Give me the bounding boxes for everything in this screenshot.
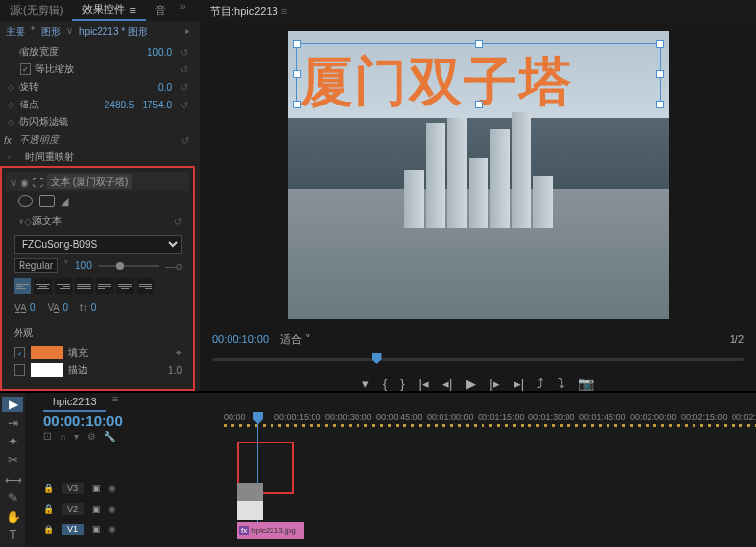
lift-button[interactable]: ⤴ bbox=[537, 376, 544, 391]
panel-overflow-icon[interactable]: » bbox=[180, 0, 186, 21]
font-size-value[interactable]: 100 bbox=[75, 260, 92, 271]
align-justify-last-left[interactable] bbox=[96, 278, 113, 294]
track-v3-header[interactable]: 🔒V3▣◉ bbox=[43, 479, 224, 498]
visibility-icon[interactable]: ◉ bbox=[108, 484, 116, 493]
tab-source[interactable]: 源:(无剪辑) bbox=[0, 0, 72, 21]
reset-icon[interactable]: ↺ bbox=[174, 216, 182, 227]
align-center-button[interactable] bbox=[34, 278, 52, 294]
type-tool[interactable]: T bbox=[2, 527, 23, 543]
prop-anchor[interactable]: ◇ 锚点 2480.5 1754.0 ↺ bbox=[0, 96, 195, 113]
snap-icon[interactable]: ⚀ bbox=[43, 431, 52, 442]
export-frame-button[interactable]: 📷 bbox=[578, 376, 594, 391]
rect-mask-icon[interactable] bbox=[39, 195, 55, 207]
tracking-input[interactable]: V̲A̲0 bbox=[14, 302, 36, 313]
prop-uniform-scale[interactable]: ✓ 等比缩放 ↺ bbox=[0, 61, 195, 78]
wrench-icon[interactable]: 🔧 bbox=[104, 431, 115, 442]
fill-checkbox[interactable]: ✓ bbox=[14, 347, 25, 358]
step-back-button[interactable]: ◂| bbox=[442, 376, 452, 391]
mark-out-button[interactable]: } bbox=[400, 376, 404, 391]
play-button[interactable]: ▶ bbox=[466, 376, 476, 391]
prop-rotation[interactable]: ◇› 旋转 0.0 ↺ bbox=[0, 78, 195, 96]
visibility-icon[interactable]: ◉ bbox=[21, 177, 29, 188]
align-left-button[interactable] bbox=[14, 278, 31, 294]
align-justify-last-right[interactable] bbox=[137, 278, 154, 294]
ellipse-mask-icon[interactable] bbox=[18, 195, 33, 207]
hamburger-icon[interactable]: ≡ bbox=[112, 393, 118, 412]
monitor-scrubber[interactable] bbox=[212, 353, 744, 366]
eyedropper-icon[interactable]: ⌖ bbox=[176, 347, 182, 358]
marker-icon[interactable]: ▾ bbox=[74, 431, 79, 442]
reset-icon[interactable]: ↺ bbox=[180, 82, 188, 93]
align-justify-last-center[interactable] bbox=[116, 278, 134, 294]
step-fwd-button[interactable]: |▸ bbox=[489, 376, 499, 391]
goto-out-button[interactable]: ▸| bbox=[514, 376, 524, 391]
ripple-tool[interactable]: ✦ bbox=[2, 434, 23, 449]
track-v1-header[interactable]: 🔒V1▣◉ bbox=[43, 520, 224, 539]
track-v2-header[interactable]: 🔒V2▣◉ bbox=[43, 499, 224, 519]
text-layer-header[interactable]: ∨ ◉ ⛶ 文本 (厦门双子塔) bbox=[6, 172, 189, 191]
prop-opacity[interactable]: fx 不透明度 ↺ bbox=[0, 131, 195, 148]
program-tab[interactable]: 节目:hpic2213 ≡ bbox=[200, 0, 297, 21]
time-ruler[interactable]: 00:0000:00:15:0000:00:30:0000:00:45:0000… bbox=[224, 412, 756, 445]
fit-dropdown[interactable]: 适合 ˅ bbox=[280, 332, 311, 347]
timeline-tab[interactable]: hpic2213 bbox=[43, 393, 106, 412]
kerning-input[interactable]: VA̲0 bbox=[48, 302, 69, 313]
prop-scale-width[interactable]: › 缩放宽度 100.0 ↺ bbox=[0, 43, 195, 61]
toggle-output-icon[interactable]: ▣ bbox=[92, 484, 101, 493]
track-select-tool[interactable]: ⇥ bbox=[2, 415, 23, 431]
toggle-output-icon[interactable]: ▣ bbox=[92, 525, 101, 534]
stroke-row[interactable]: 描边 1.0 bbox=[14, 361, 182, 379]
visibility-icon[interactable]: ◉ bbox=[108, 504, 116, 514]
timeline-playhead[interactable] bbox=[253, 412, 263, 424]
align-justify-button[interactable] bbox=[75, 278, 93, 294]
hamburger-icon[interactable]: ≡ bbox=[281, 5, 287, 17]
prop-source-text[interactable]: ∨ ◇ 源文本 ↺ bbox=[6, 212, 189, 230]
hamburger-icon[interactable]: ≡ bbox=[129, 4, 135, 16]
mark-in-button[interactable]: { bbox=[383, 376, 387, 391]
fill-color-swatch[interactable] bbox=[31, 346, 63, 359]
toggle-output-icon[interactable]: ▣ bbox=[92, 504, 101, 514]
slip-tool[interactable]: ⟷ bbox=[2, 472, 23, 487]
add-marker-button[interactable]: ▾ bbox=[362, 376, 369, 391]
resolution-dropdown[interactable]: 1/2 bbox=[730, 333, 744, 345]
fill-row[interactable]: ✓ 填充 ⌖ bbox=[14, 344, 182, 361]
razor-tool[interactable]: ✂ bbox=[2, 452, 23, 468]
reset-icon[interactable]: ↺ bbox=[180, 100, 188, 110]
lock-icon[interactable]: 🔒 bbox=[43, 525, 54, 534]
selection-tool[interactable]: ▶ bbox=[2, 397, 23, 412]
lock-icon[interactable]: 🔒 bbox=[43, 504, 54, 514]
font-weight-select[interactable]: Regular bbox=[14, 258, 58, 273]
pen-tool[interactable]: ✎ bbox=[2, 490, 23, 506]
reset-icon[interactable]: ↺ bbox=[180, 135, 188, 146]
playhead-icon[interactable] bbox=[372, 353, 382, 364]
checkbox-icon[interactable]: ✓ bbox=[20, 63, 31, 75]
font-family-select[interactable]: FZCuSong-B09S bbox=[14, 235, 182, 254]
hand-tool[interactable]: ✋ bbox=[2, 509, 23, 525]
stroke-checkbox[interactable] bbox=[14, 364, 25, 376]
tab-audio[interactable]: 音 bbox=[146, 0, 176, 21]
timeline-lanes[interactable]: fxhpic2213.jpg bbox=[224, 445, 756, 547]
goto-in-button[interactable]: |◂ bbox=[419, 376, 429, 391]
link-icon[interactable]: ∩ bbox=[60, 431, 66, 442]
font-size-slider[interactable] bbox=[98, 265, 159, 267]
settings-icon[interactable]: ⚙ bbox=[87, 431, 96, 442]
visibility-icon[interactable]: ◉ bbox=[108, 525, 116, 534]
timeline-timecode[interactable]: 00:00:10:00 bbox=[43, 412, 224, 429]
stroke-color-swatch[interactable] bbox=[31, 363, 63, 377]
monitor-timecode[interactable]: 00:00:10:00 bbox=[212, 333, 269, 345]
prop-time-remap[interactable]: › 时间重映射 bbox=[0, 148, 195, 166]
reset-icon[interactable]: ↺ bbox=[180, 47, 188, 58]
tab-effect-controls[interactable]: 效果控件 ≡ bbox=[72, 0, 145, 21]
pen-mask-icon[interactable]: ◢ bbox=[61, 195, 68, 208]
align-right-button[interactable] bbox=[55, 278, 72, 294]
lock-icon[interactable]: 🔒 bbox=[43, 484, 54, 493]
reset-icon[interactable]: ↺ bbox=[180, 64, 188, 75]
keyframe-icon[interactable]: ◇ bbox=[24, 216, 32, 227]
prop-anti-flicker[interactable]: ◇› 防闪烁滤镜 bbox=[0, 113, 195, 131]
program-monitor[interactable]: 厦门双子塔 bbox=[288, 31, 669, 319]
extract-button[interactable]: ⤵ bbox=[558, 376, 565, 391]
graphics-clip[interactable] bbox=[237, 483, 263, 520]
video-clip[interactable]: fxhpic2213.jpg bbox=[237, 522, 304, 539]
text-selection-box[interactable] bbox=[296, 43, 661, 105]
baseline-input[interactable]: t↕0 bbox=[80, 302, 96, 313]
